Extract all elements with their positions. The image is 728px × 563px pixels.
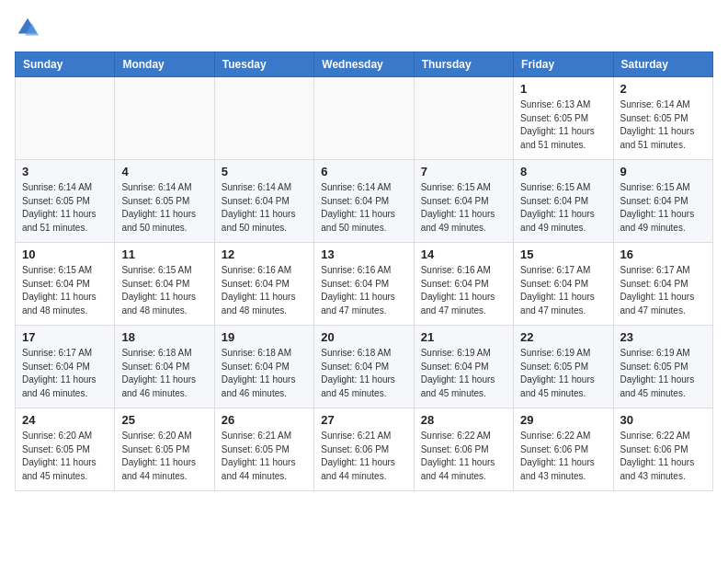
calendar-cell [214, 77, 313, 160]
calendar-cell [16, 77, 115, 160]
day-info: Sunrise: 6:17 AM Sunset: 6:04 PM Dayligh… [22, 347, 108, 400]
day-number: 2 [620, 82, 706, 96]
day-number: 30 [620, 413, 706, 427]
calendar-cell: 1Sunrise: 6:13 AM Sunset: 6:05 PM Daylig… [514, 77, 613, 160]
calendar-header-friday: Friday [514, 52, 613, 77]
calendar-cell: 18Sunrise: 6:18 AM Sunset: 6:04 PM Dayli… [115, 326, 214, 408]
calendar-cell: 24Sunrise: 6:20 AM Sunset: 6:05 PM Dayli… [16, 408, 115, 491]
calendar-cell: 7Sunrise: 6:15 AM Sunset: 6:04 PM Daylig… [414, 160, 513, 243]
day-info: Sunrise: 6:15 AM Sunset: 6:04 PM Dayligh… [421, 181, 506, 235]
logo-icon [15, 15, 40, 40]
day-info: Sunrise: 6:21 AM Sunset: 6:06 PM Dayligh… [321, 430, 406, 483]
calendar-cell: 27Sunrise: 6:21 AM Sunset: 6:06 PM Dayli… [314, 408, 414, 491]
calendar-cell: 10Sunrise: 6:15 AM Sunset: 6:04 PM Dayli… [16, 243, 115, 326]
day-info: Sunrise: 6:16 AM Sunset: 6:04 PM Dayligh… [321, 264, 406, 317]
calendar-cell: 5Sunrise: 6:14 AM Sunset: 6:04 PM Daylig… [214, 160, 313, 243]
calendar-cell: 25Sunrise: 6:20 AM Sunset: 6:05 PM Dayli… [115, 408, 214, 491]
calendar-cell: 3Sunrise: 6:14 AM Sunset: 6:05 PM Daylig… [16, 160, 115, 243]
day-number: 18 [121, 330, 207, 344]
calendar-header-monday: Monday [115, 52, 214, 77]
day-number: 6 [321, 165, 406, 178]
calendar-cell: 28Sunrise: 6:22 AM Sunset: 6:06 PM Dayli… [414, 408, 513, 491]
day-number: 10 [22, 247, 108, 261]
day-info: Sunrise: 6:22 AM Sunset: 6:06 PM Dayligh… [620, 430, 706, 483]
calendar-cell: 22Sunrise: 6:19 AM Sunset: 6:05 PM Dayli… [514, 326, 613, 408]
day-info: Sunrise: 6:19 AM Sunset: 6:04 PM Dayligh… [421, 347, 506, 400]
day-number: 1 [520, 82, 606, 96]
day-number: 4 [121, 165, 207, 178]
calendar-cell: 13Sunrise: 6:16 AM Sunset: 6:04 PM Dayli… [314, 243, 414, 326]
day-info: Sunrise: 6:18 AM Sunset: 6:04 PM Dayligh… [222, 347, 307, 400]
day-info: Sunrise: 6:14 AM Sunset: 6:04 PM Dayligh… [222, 181, 307, 235]
page-header [15, 15, 713, 40]
day-info: Sunrise: 6:14 AM Sunset: 6:05 PM Dayligh… [121, 181, 207, 235]
day-number: 8 [520, 165, 606, 178]
day-info: Sunrise: 6:19 AM Sunset: 6:05 PM Dayligh… [620, 347, 706, 400]
calendar-cell: 11Sunrise: 6:15 AM Sunset: 6:04 PM Dayli… [115, 243, 214, 326]
calendar-cell: 12Sunrise: 6:16 AM Sunset: 6:04 PM Dayli… [214, 243, 313, 326]
day-info: Sunrise: 6:15 AM Sunset: 6:04 PM Dayligh… [121, 264, 207, 317]
day-info: Sunrise: 6:14 AM Sunset: 6:05 PM Dayligh… [22, 181, 108, 235]
day-info: Sunrise: 6:20 AM Sunset: 6:05 PM Dayligh… [22, 430, 108, 483]
day-number: 20 [321, 330, 406, 344]
day-info: Sunrise: 6:18 AM Sunset: 6:04 PM Dayligh… [321, 347, 406, 400]
day-number: 13 [321, 247, 406, 261]
calendar-header-thursday: Thursday [414, 52, 513, 77]
day-number: 9 [620, 165, 706, 178]
day-number: 21 [421, 330, 506, 344]
day-number: 14 [421, 247, 506, 261]
day-info: Sunrise: 6:20 AM Sunset: 6:05 PM Dayligh… [121, 430, 207, 483]
calendar-header-saturday: Saturday [613, 52, 712, 77]
day-number: 7 [421, 165, 506, 178]
calendar-header-tuesday: Tuesday [214, 52, 313, 77]
day-info: Sunrise: 6:14 AM Sunset: 6:04 PM Dayligh… [321, 181, 406, 235]
day-number: 25 [121, 413, 207, 427]
day-info: Sunrise: 6:16 AM Sunset: 6:04 PM Dayligh… [421, 264, 506, 317]
calendar-week-row: 3Sunrise: 6:14 AM Sunset: 6:05 PM Daylig… [16, 160, 713, 243]
calendar-header-wednesday: Wednesday [314, 52, 414, 77]
calendar-cell: 16Sunrise: 6:17 AM Sunset: 6:04 PM Dayli… [613, 243, 712, 326]
day-number: 12 [222, 247, 307, 261]
calendar-cell: 9Sunrise: 6:15 AM Sunset: 6:04 PM Daylig… [613, 160, 712, 243]
calendar-week-row: 1Sunrise: 6:13 AM Sunset: 6:05 PM Daylig… [16, 77, 713, 160]
calendar-cell: 29Sunrise: 6:22 AM Sunset: 6:06 PM Dayli… [514, 408, 613, 491]
calendar-cell: 30Sunrise: 6:22 AM Sunset: 6:06 PM Dayli… [613, 408, 712, 491]
calendar-cell: 20Sunrise: 6:18 AM Sunset: 6:04 PM Dayli… [314, 326, 414, 408]
day-number: 3 [22, 165, 108, 178]
day-info: Sunrise: 6:21 AM Sunset: 6:05 PM Dayligh… [222, 430, 307, 483]
calendar-cell: 26Sunrise: 6:21 AM Sunset: 6:05 PM Dayli… [214, 408, 313, 491]
calendar-cell: 14Sunrise: 6:16 AM Sunset: 6:04 PM Dayli… [414, 243, 513, 326]
calendar-cell: 23Sunrise: 6:19 AM Sunset: 6:05 PM Dayli… [613, 326, 712, 408]
calendar-cell: 21Sunrise: 6:19 AM Sunset: 6:04 PM Dayli… [414, 326, 513, 408]
day-info: Sunrise: 6:16 AM Sunset: 6:04 PM Dayligh… [222, 264, 307, 317]
day-number: 11 [121, 247, 207, 261]
day-number: 29 [520, 413, 606, 427]
day-info: Sunrise: 6:17 AM Sunset: 6:04 PM Dayligh… [520, 264, 606, 317]
logo [15, 15, 46, 40]
day-number: 27 [321, 413, 406, 427]
calendar-cell: 15Sunrise: 6:17 AM Sunset: 6:04 PM Dayli… [514, 243, 613, 326]
calendar-cell: 4Sunrise: 6:14 AM Sunset: 6:05 PM Daylig… [115, 160, 214, 243]
calendar-header-sunday: Sunday [16, 52, 115, 77]
day-number: 15 [520, 247, 606, 261]
day-info: Sunrise: 6:15 AM Sunset: 6:04 PM Dayligh… [620, 181, 706, 235]
calendar-week-row: 10Sunrise: 6:15 AM Sunset: 6:04 PM Dayli… [16, 243, 713, 326]
calendar-cell [115, 77, 214, 160]
calendar-cell [414, 77, 513, 160]
calendar-cell: 2Sunrise: 6:14 AM Sunset: 6:05 PM Daylig… [613, 77, 712, 160]
day-info: Sunrise: 6:18 AM Sunset: 6:04 PM Dayligh… [121, 347, 207, 400]
day-info: Sunrise: 6:22 AM Sunset: 6:06 PM Dayligh… [520, 430, 606, 483]
day-info: Sunrise: 6:22 AM Sunset: 6:06 PM Dayligh… [421, 430, 506, 483]
day-number: 28 [421, 413, 506, 427]
day-info: Sunrise: 6:15 AM Sunset: 6:04 PM Dayligh… [520, 181, 606, 235]
day-info: Sunrise: 6:13 AM Sunset: 6:05 PM Dayligh… [520, 98, 606, 152]
calendar-cell: 17Sunrise: 6:17 AM Sunset: 6:04 PM Dayli… [16, 326, 115, 408]
day-number: 16 [620, 247, 706, 261]
day-number: 23 [620, 330, 706, 344]
day-info: Sunrise: 6:17 AM Sunset: 6:04 PM Dayligh… [620, 264, 706, 317]
day-info: Sunrise: 6:19 AM Sunset: 6:05 PM Dayligh… [520, 347, 606, 400]
day-number: 17 [22, 330, 108, 344]
day-info: Sunrise: 6:14 AM Sunset: 6:05 PM Dayligh… [620, 98, 706, 152]
day-number: 24 [22, 413, 108, 427]
day-number: 19 [222, 330, 307, 344]
